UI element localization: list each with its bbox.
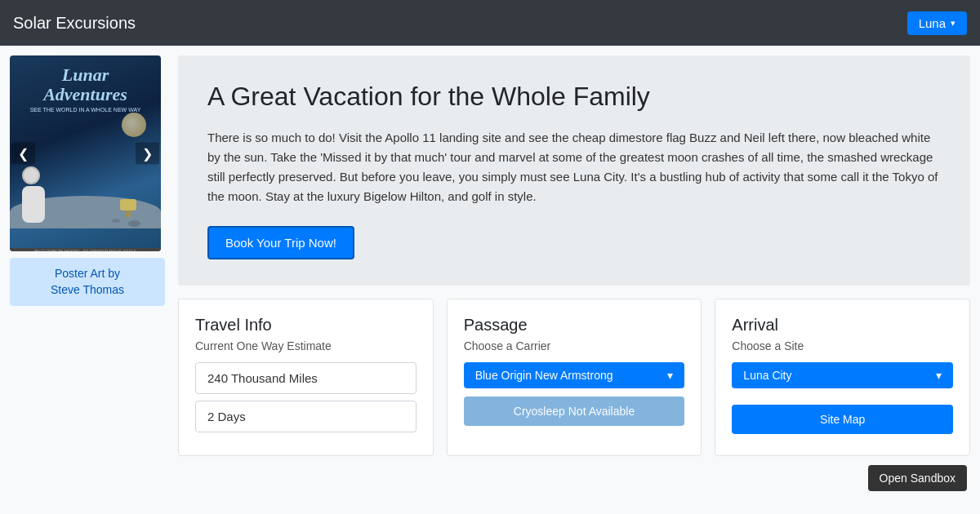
arrival-subtitle: Choose a Site	[732, 339, 953, 352]
site-label: Luna City	[743, 369, 791, 382]
moon-crater-2	[112, 219, 120, 223]
cryosleep-status: Cryosleep Not Available	[464, 397, 685, 426]
arrival-title: Arrival	[732, 316, 953, 335]
book-trip-button[interactable]: Book Your Trip Now!	[207, 226, 354, 259]
hero-body: There is so much to do! Visit the Apollo…	[207, 128, 941, 206]
moon-crater-1	[128, 220, 140, 227]
carousel-prev-button[interactable]: ❮	[11, 143, 35, 165]
carrier-dropdown-button[interactable]: Blue Origin New Armstrong ▾	[464, 362, 685, 388]
site-caret-icon: ▾	[936, 369, 942, 382]
poster-caption: Poster Art by Steve Thomas	[10, 258, 165, 306]
sidebar: ❮ Lunar Adventures SEE THE WORLD IN A WH…	[10, 55, 165, 469]
poster-credit-line: BY ELIZABETH MOORE · RE PRINTED MOVIE ST…	[10, 248, 161, 251]
hero-title: A Great Vacation for the Whole Family	[207, 82, 941, 112]
lunar-module	[120, 199, 136, 217]
travel-info-title: Travel Info	[195, 316, 416, 335]
poster-title-line2: Adventures	[30, 85, 141, 104]
site-dropdown-button[interactable]: Luna City ▾	[732, 362, 953, 388]
poster-image: ❮ Lunar Adventures SEE THE WORLD IN A WH…	[10, 55, 161, 251]
caption-line1: Poster Art by	[55, 267, 120, 280]
planet-decoration	[122, 113, 146, 137]
site-map-button[interactable]: Site Map	[732, 405, 953, 434]
passage-subtitle: Choose a Carrier	[464, 339, 685, 352]
carousel-next-button[interactable]: ❯	[136, 143, 159, 165]
hero-section: A Great Vacation for the Whole Family Th…	[178, 55, 970, 286]
navbar: Solar Excursions Luna ▾	[0, 0, 980, 46]
travel-info-card: Travel Info Current One Way Estimate 240…	[178, 299, 434, 456]
app-brand: Solar Excursions	[13, 14, 136, 33]
cards-row: Travel Info Current One Way Estimate 240…	[178, 299, 970, 469]
passage-title: Passage	[464, 316, 685, 335]
poster-title-line1: Lunar	[30, 65, 141, 85]
sandbox-tooltip: Open Sandbox	[868, 465, 967, 469]
right-column: A Great Vacation for the Whole Family Th…	[178, 55, 970, 469]
caret-icon: ▾	[951, 18, 956, 29]
astronaut-figure	[22, 166, 45, 223]
carrier-caret-icon: ▾	[667, 369, 673, 382]
duration-info: 2 Days	[195, 401, 416, 432]
travel-info-subtitle: Current One Way Estimate	[195, 339, 416, 352]
distance-info: 240 Thousand Miles	[195, 362, 416, 394]
poster-subtitle: SEE THE WORLD IN A WHOLE NEW WAY	[30, 107, 141, 113]
arrival-card: Arrival Choose a Site Luna City ▾ Site M…	[715, 299, 970, 456]
user-menu-button[interactable]: Luna ▾	[907, 11, 967, 35]
caption-line2: Steve Thomas	[51, 283, 124, 296]
carrier-label: Blue Origin New Armstrong	[475, 369, 613, 382]
user-label: Luna	[919, 16, 946, 30]
passage-card: Passage Choose a Carrier Blue Origin New…	[447, 299, 702, 456]
